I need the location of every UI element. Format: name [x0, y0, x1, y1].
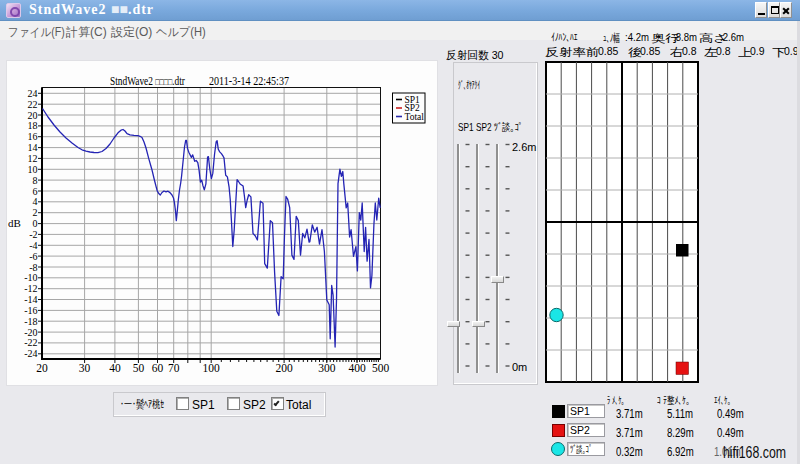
svg-text:10: 10: [28, 164, 38, 175]
svg-text:dB: dB: [8, 217, 21, 229]
svg-text:-18: -18: [24, 316, 37, 327]
svg-text:100: 100: [203, 362, 221, 374]
svg-text:2: 2: [33, 207, 38, 218]
svg-text:200: 200: [275, 362, 293, 374]
svg-text:16: 16: [28, 131, 38, 142]
svg-text:30: 30: [79, 362, 91, 374]
svg-text:24: 24: [28, 88, 38, 99]
svg-text:-22: -22: [24, 337, 37, 348]
svg-text:-16: -16: [24, 305, 37, 316]
svg-text:14: 14: [28, 142, 38, 153]
svg-text:4: 4: [33, 196, 38, 207]
svg-text:-2: -2: [29, 229, 37, 240]
svg-text:-24: -24: [24, 348, 37, 359]
svg-text:60: 60: [152, 362, 164, 374]
svg-text:500: 500: [372, 362, 390, 374]
svg-text:-4: -4: [29, 240, 37, 251]
svg-text:Total: Total: [405, 112, 425, 122]
svg-text:8: 8: [33, 175, 38, 186]
svg-text:40: 40: [109, 362, 121, 374]
svg-text:6: 6: [33, 186, 38, 197]
svg-text:300: 300: [318, 362, 336, 374]
svg-text:-10: -10: [24, 272, 37, 283]
svg-text:-12: -12: [24, 283, 37, 294]
svg-text:50: 50: [133, 362, 145, 374]
svg-text:-14: -14: [24, 294, 37, 305]
svg-text:0: 0: [33, 218, 38, 229]
svg-text:400: 400: [348, 362, 366, 374]
svg-text:20: 20: [36, 362, 48, 374]
svg-text:12: 12: [28, 153, 38, 164]
svg-text:-20: -20: [24, 327, 37, 338]
svg-text:70: 70: [168, 362, 180, 374]
svg-text:-8: -8: [29, 262, 37, 273]
svg-text:-6: -6: [29, 251, 37, 262]
svg-text:22: 22: [28, 99, 38, 110]
svg-text:18: 18: [28, 120, 38, 131]
svg-text:20: 20: [28, 110, 38, 121]
